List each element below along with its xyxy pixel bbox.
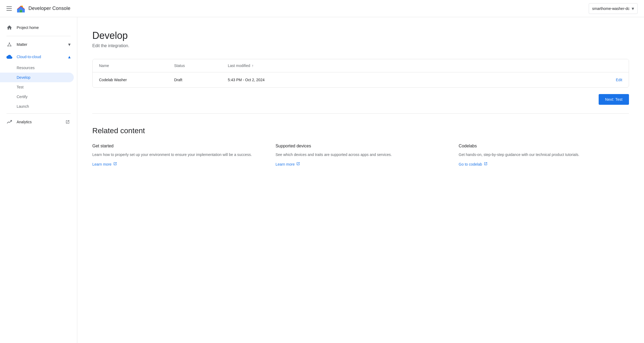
menu-button[interactable]	[6, 6, 12, 11]
card-supported-devices-desc: See which devices and traits are support…	[276, 152, 446, 158]
edit-link[interactable]: Edit	[616, 78, 622, 82]
page-subtitle: Edit the integration.	[92, 43, 629, 48]
card-get-started-link[interactable]: Learn more	[92, 162, 263, 166]
chevron-down-icon: ▾	[68, 42, 71, 47]
home-icon	[6, 25, 12, 31]
related-content-section: Related content Get started Learn how to…	[92, 126, 629, 166]
card-codelabs-title: Codelabs	[459, 144, 629, 148]
card-codelabs: Codelabs Get hands-on, step-by-step guid…	[459, 144, 629, 166]
cloud-subnav: Resources Develop Test Certify Launch	[0, 63, 77, 111]
sidebar-item-cloud-label: Cloud-to-cloud	[17, 55, 64, 59]
col-status: Status	[174, 64, 228, 68]
matter-icon	[6, 42, 12, 47]
sidebar-analytics-label: Analytics	[17, 120, 60, 124]
cell-name: Codelab Washer	[99, 78, 174, 82]
app-title: Developer Console	[28, 6, 71, 11]
cloud-icon	[6, 54, 12, 60]
card-supported-devices: Supported devices See which devices and …	[276, 144, 446, 166]
svg-point-0	[9, 43, 10, 44]
sidebar: Project home Matter ▾ Cloud-to-cloud ▴ R…	[0, 17, 77, 343]
card-get-started: Get started Learn how to properly set up…	[92, 144, 263, 166]
sidebar-item-project-home[interactable]: Project home	[0, 21, 77, 34]
sidebar-item-resources[interactable]: Resources	[0, 63, 77, 73]
sidebar-item-test[interactable]: Test	[0, 82, 77, 92]
external-link-icon	[484, 162, 488, 166]
sort-icon: ↑	[252, 64, 254, 68]
sidebar-divider-1	[6, 36, 71, 36]
main-content: Develop Edit the integration. Name Statu…	[77, 17, 644, 343]
next-test-button[interactable]: Next: Test	[599, 94, 629, 105]
card-supported-devices-title: Supported devices	[276, 144, 446, 148]
external-link-icon	[296, 162, 300, 166]
app-logo: Developer Console	[16, 4, 71, 13]
table-row: Codelab Washer Draft 5:43 PM - Oct 2, 20…	[93, 72, 629, 87]
page-title: Develop	[92, 30, 629, 41]
card-get-started-desc: Learn how to properly set up your enviro…	[92, 152, 263, 158]
svg-line-4	[9, 43, 11, 45]
svg-line-3	[8, 43, 10, 45]
sidebar-item-analytics[interactable]: Analytics	[0, 116, 77, 128]
chevron-down-icon: ▾	[632, 6, 634, 12]
topbar: Developer Console smarthome-washer-dc ▾	[0, 0, 644, 17]
related-content-title: Related content	[92, 126, 629, 135]
col-last-modified[interactable]: Last modified ↑	[228, 64, 622, 68]
table-header: Name Status Last modified ↑	[93, 59, 629, 72]
google-home-icon	[16, 4, 26, 13]
sidebar-item-launch[interactable]: Launch	[0, 102, 77, 111]
external-link-icon	[113, 162, 117, 166]
analytics-icon	[6, 119, 12, 125]
sidebar-item-label: Project home	[17, 25, 71, 30]
project-name: smarthome-washer-dc	[592, 6, 630, 11]
external-link-icon	[65, 119, 71, 125]
card-codelabs-desc: Get hands-on, step-by-step guidance with…	[459, 152, 629, 158]
cell-last-modified: 5:43 PM - Oct 2, 2024	[228, 78, 616, 82]
integrations-table: Name Status Last modified ↑ Codelab Wash…	[92, 59, 629, 88]
sidebar-divider-2	[6, 113, 71, 114]
cell-action[interactable]: Edit	[616, 78, 622, 82]
chevron-up-icon: ▴	[68, 54, 71, 60]
sidebar-item-develop[interactable]: Develop	[0, 73, 74, 82]
col-name: Name	[99, 64, 174, 68]
sidebar-item-certify[interactable]: Certify	[0, 92, 77, 102]
card-get-started-title: Get started	[92, 144, 263, 148]
actions-row: Next: Test	[92, 94, 629, 114]
card-supported-devices-link[interactable]: Learn more	[276, 162, 446, 166]
sidebar-item-cloud-to-cloud[interactable]: Cloud-to-cloud ▴	[0, 51, 77, 63]
cell-status: Draft	[174, 78, 228, 82]
project-selector[interactable]: smarthome-washer-dc ▾	[589, 3, 638, 14]
sidebar-item-matter[interactable]: Matter ▾	[0, 38, 77, 51]
cards-grid: Get started Learn how to properly set up…	[92, 144, 629, 166]
sidebar-item-matter-label: Matter	[17, 42, 64, 47]
card-codelabs-link[interactable]: Go to codelab	[459, 162, 629, 166]
